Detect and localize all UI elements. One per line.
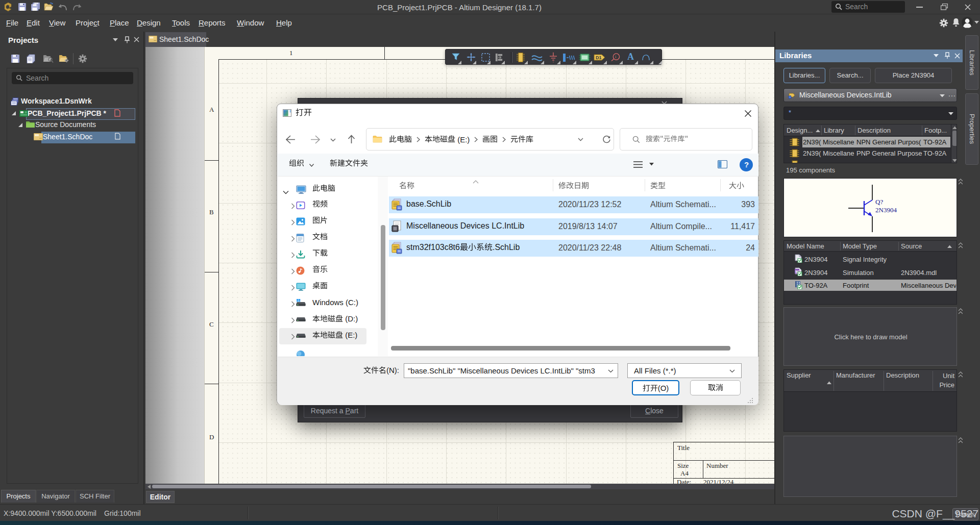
- svg-text:2N3904: 2N3904: [875, 206, 897, 214]
- svg-text:i: i: [615, 54, 617, 59]
- svg-text:D1: D1: [596, 55, 602, 60]
- svg-text:Q?: Q?: [875, 198, 883, 206]
